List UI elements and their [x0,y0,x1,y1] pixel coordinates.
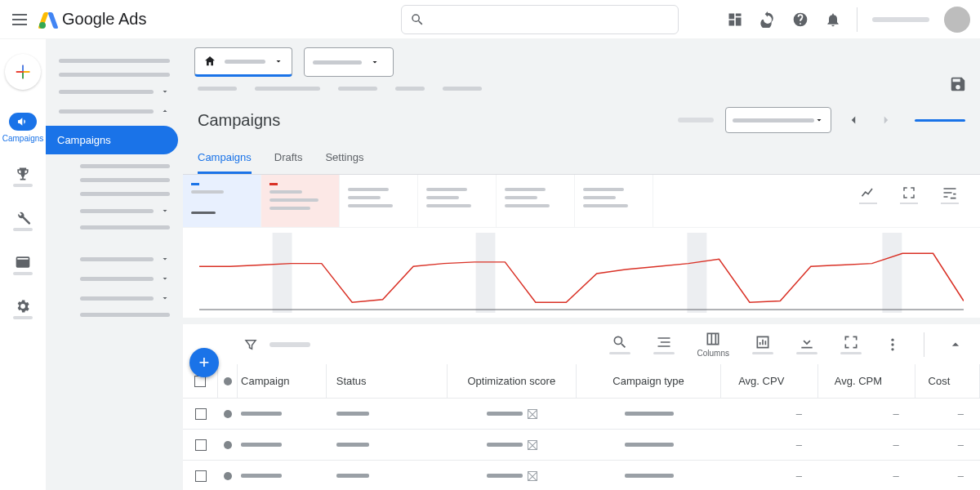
search-table-button[interactable] [609,334,630,354]
row-checkbox[interactable] [195,439,207,451]
adjust-button[interactable] [941,186,959,204]
tree-item[interactable] [51,68,178,82]
scorecard[interactable] [183,175,261,227]
status-dot[interactable] [224,472,232,480]
opt-score [487,474,523,478]
status-dot[interactable] [224,441,232,449]
cpv-value: – [721,470,818,482]
collapse-button[interactable] [947,336,964,353]
opt-box-icon [528,409,537,419]
row-checkbox[interactable] [195,408,207,420]
rail-admin[interactable] [13,298,33,319]
columns-button[interactable]: Columns [697,331,729,358]
status-dot[interactable] [224,410,232,418]
tree-subitem[interactable] [72,187,178,201]
scorecard[interactable] [261,175,340,227]
reports-icon[interactable] [726,11,744,29]
campaign-name[interactable] [241,443,282,447]
line-chart-icon [860,185,876,201]
show-chart-toggle[interactable] [915,119,965,122]
avatar[interactable] [944,7,970,33]
scope-selector-campaign[interactable] [304,47,394,77]
help-icon[interactable] [791,11,809,29]
tree-subitem[interactable] [72,288,178,308]
tab-campaigns[interactable]: Campaigns [198,143,252,174]
table-header: Campaign Status Optimization score Campa… [183,364,980,399]
search-icon [410,12,425,27]
rail-goals[interactable] [13,166,33,187]
scorecard[interactable] [340,175,418,227]
tab-drafts[interactable]: Drafts [274,143,303,174]
tree-subitem[interactable] [72,220,178,234]
col-campaign[interactable]: Campaign [238,364,327,398]
scorecard[interactable] [418,175,497,227]
cost-value: – [915,470,980,482]
tree-item-campaigns[interactable]: Campaigns [46,126,178,154]
expand-icon [843,334,859,350]
col-optimization[interactable]: Optimization score [448,364,577,398]
filter-icon[interactable] [243,337,258,352]
cpm-value: – [818,439,915,451]
tab-settings[interactable]: Settings [325,143,363,174]
table-row[interactable]: ––– [183,430,980,461]
col-cost[interactable]: Cost [915,364,980,398]
dropdown-icon [370,57,380,67]
scope-selector-account[interactable] [194,47,292,77]
create-button[interactable] [5,54,41,90]
tree-item-expanded[interactable] [51,101,178,121]
col-status[interactable]: Status [327,364,448,398]
tree-item-expandable[interactable] [51,82,178,101]
status-dot-header [224,377,232,385]
rail-billing[interactable] [13,254,33,275]
date-range-selector[interactable] [725,107,831,133]
table-row[interactable]: ––– [183,461,980,490]
chart-type-button[interactable] [859,186,877,204]
prev-period-button[interactable] [843,109,864,131]
save-icon[interactable] [949,75,969,95]
tree-subitem[interactable] [72,201,178,220]
scorecard[interactable] [497,175,575,227]
product-logo[interactable]: Google Ads [39,10,146,29]
bar-chart-icon [755,334,771,350]
scorecard-row [183,175,980,228]
menu-icon[interactable] [10,10,29,29]
content-area: Campaigns Campaigns Drafts Settings [183,39,980,490]
search-field[interactable] [433,13,670,25]
columns-icon [705,331,721,347]
row-checkbox[interactable] [195,470,207,482]
campaign-type [625,412,674,416]
col-cpm[interactable]: Avg. CPM [818,364,915,398]
tree-subitem[interactable] [72,308,178,322]
ads-logo-icon [39,11,57,29]
search-input[interactable] [401,5,679,34]
divider [857,7,858,32]
rail-tools[interactable] [13,210,33,231]
svg-point-7 [891,348,893,350]
performance-chart[interactable] [183,228,980,318]
col-cpv[interactable]: Avg. CPV [721,364,818,398]
tree-subitem[interactable] [72,269,178,288]
more-button[interactable] [884,336,901,353]
tree-subitem[interactable] [72,249,178,269]
chevron-up-icon [160,106,170,116]
download-button[interactable] [796,334,817,354]
scorecard[interactable] [575,175,653,227]
campaign-name[interactable] [241,474,282,478]
expand-button[interactable] [900,186,918,204]
opt-score [487,443,523,447]
col-type[interactable]: Campaign type [577,364,722,398]
reports-button[interactable] [752,334,773,354]
tree-subitem[interactable] [72,159,178,173]
tree-item[interactable] [51,54,178,68]
new-campaign-button[interactable]: + [189,348,219,377]
campaign-name[interactable] [241,412,282,416]
segment-button[interactable] [653,334,675,354]
table-row[interactable]: ––– [183,399,980,430]
status-value [336,443,369,447]
expand-table-button[interactable] [840,334,862,354]
rail-campaigns[interactable]: Campaigns [2,113,44,143]
next-period-button[interactable] [875,109,897,131]
refresh-icon[interactable] [759,11,777,29]
tree-subitem[interactable] [72,173,178,187]
notifications-icon[interactable] [824,11,842,29]
